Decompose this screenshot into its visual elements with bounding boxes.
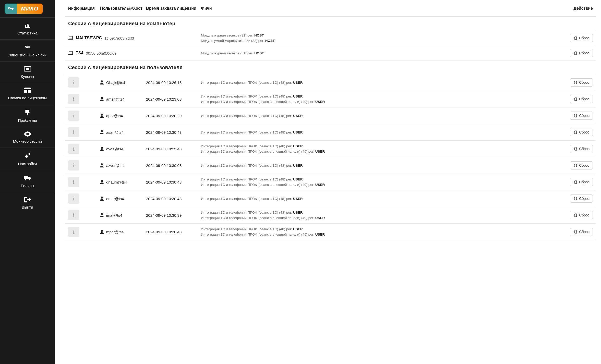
info-cell: i (68, 77, 100, 88)
svg-rect-15 (24, 177, 24, 177)
eye-icon (24, 131, 31, 137)
user-cell: Obajk@ts4 (100, 80, 146, 85)
recycle-icon (573, 36, 578, 40)
nav-item-logout[interactable]: Выйти (0, 192, 55, 213)
nav-item-grid[interactable]: Сводка по лицензиям (0, 83, 55, 104)
feature-line: Интеграция 1С и телефонии ПРОФ (сеанс в … (201, 227, 567, 231)
action-cell: Сброс (567, 211, 593, 219)
svg-rect-11 (24, 176, 28, 179)
info-cell: i (68, 94, 100, 104)
reset-label: Сброс (579, 36, 590, 40)
info-button[interactable]: i (68, 193, 79, 204)
info-button[interactable]: i (68, 210, 79, 220)
svg-point-28 (101, 213, 103, 215)
reset-button[interactable]: Сброс (570, 211, 593, 219)
nav-item-thumbdown[interactable]: Проблемы (0, 104, 55, 127)
user-cell: azver@ts4 (100, 163, 146, 168)
features-cell: Интеграция 1С и телефонии ПРОФ (сеанс в … (201, 114, 567, 118)
info-button[interactable]: i (68, 177, 79, 187)
user-host-label: emar@ts4 (106, 197, 124, 201)
nav-item-eye[interactable]: Монитор сессий (0, 127, 55, 148)
feature-line: Интеграция 1С и телефонии ПРОФ (сеанс в … (201, 183, 567, 187)
reset-button[interactable]: Сброс (570, 178, 593, 186)
svg-rect-18 (69, 51, 73, 54)
info-button[interactable]: i (68, 111, 79, 121)
nav-item-chart[interactable]: Статистика (0, 17, 55, 39)
svg-point-12 (25, 179, 26, 180)
nav-label: Проблемы (18, 118, 37, 123)
reset-label: Сброс (579, 163, 590, 167)
nav-item-ticket[interactable]: Купоны (0, 61, 55, 83)
host-mac: 00:50:56:a0:0c:69 (86, 51, 116, 55)
nav-label: Настройки (18, 162, 37, 166)
reset-button[interactable]: Сброс (570, 78, 593, 87)
reset-label: Сброс (579, 97, 590, 101)
reset-button[interactable]: Сброс (570, 145, 593, 153)
svg-rect-14 (24, 176, 24, 176)
action-cell: Сброс (567, 34, 593, 42)
info-button[interactable]: i (68, 77, 79, 88)
user-host-label: asan@ts4 (106, 130, 124, 135)
info-cell: i (68, 227, 100, 237)
user-host-label: dnaum@ts4 (106, 180, 127, 184)
nav-label: Монитор сессий (13, 139, 42, 143)
user-session-row: i Obajk@ts4 2024-09-09 10:26:13 Интеграц… (65, 74, 596, 91)
reset-button[interactable]: Сброс (570, 195, 593, 203)
action-cell: Сброс (567, 145, 593, 153)
person-icon (100, 213, 104, 217)
user-cell: apor@ts4 (100, 114, 146, 118)
action-cell: Сброс (567, 128, 593, 136)
info-button[interactable]: i (68, 227, 79, 237)
reset-button[interactable]: Сброс (570, 95, 593, 103)
feature-line: Модуль журнал звонков (31) per: HOST (201, 33, 567, 37)
sidebar: МИКО СтатистикаЛицензионные ключиКупоныС… (0, 0, 55, 364)
action-cell: Сброс (567, 49, 593, 57)
nav-item-cogs[interactable]: Настройки (0, 148, 55, 170)
reset-button[interactable]: Сброс (570, 128, 593, 136)
action-cell: Сброс (567, 78, 593, 87)
reset-button[interactable]: Сброс (570, 161, 593, 169)
recycle-icon (573, 197, 578, 200)
user-cell: dnaum@ts4 (100, 180, 146, 184)
info-cell: i (68, 210, 100, 220)
laptop-icon (68, 36, 73, 40)
features-cell: Интеграция 1С и телефонии ПРОФ (сеанс в … (201, 211, 567, 220)
features-cell: Модуль журнал звонков (31) per: HOSTМоду… (201, 33, 567, 43)
recycle-icon (573, 230, 578, 234)
user-session-row: i dnaum@ts4 2024-09-09 10:30:43 Интеграц… (65, 174, 596, 190)
info-button[interactable]: i (68, 94, 79, 104)
reset-button[interactable]: Сброс (570, 112, 593, 120)
logo[interactable]: МИКО (0, 0, 55, 17)
feature-line: Интеграция 1С и телефонии ПРОФ (сеанс в … (201, 144, 567, 148)
features-cell: Интеграция 1С и телефонии ПРОФ (сеанс в … (201, 177, 567, 187)
th-user: Пользователь@Хост (100, 6, 146, 11)
info-cell: i (68, 177, 100, 187)
svg-rect-17 (68, 39, 73, 40)
time-cell: 2024-09-09 10:30:39 (146, 213, 201, 217)
time-cell: 2024-09-09 10:30:20 (146, 114, 201, 118)
reset-button[interactable]: Сброс (570, 34, 593, 42)
user-session-row: i azver@ts4 2024-09-09 10:30:03 Интеграц… (65, 157, 596, 174)
recycle-icon (573, 51, 578, 55)
info-button[interactable]: i (68, 144, 79, 154)
svg-point-22 (101, 114, 103, 116)
info-button[interactable]: i (68, 160, 79, 171)
reset-button[interactable]: Сброс (570, 49, 593, 57)
info-cell: i (68, 160, 100, 171)
time-cell: 2024-09-09 10:30:43 (146, 130, 201, 135)
time-cell: 2024-09-09 10:23:03 (146, 97, 201, 101)
person-icon (100, 230, 104, 234)
nav-list: СтатистикаЛицензионные ключиКупоныСводка… (0, 17, 55, 213)
features-cell: Модуль журнал звонков (31) per: HOST (201, 51, 567, 55)
nav-item-key[interactable]: Лицензионные ключи (0, 39, 55, 61)
nav-item-truck[interactable]: Релизы (0, 170, 55, 192)
user-cell: mpet@ts4 (100, 230, 146, 234)
svg-point-27 (101, 197, 103, 199)
feature-line: Интеграция 1С и телефонии ПРОФ (сеанс в … (201, 130, 567, 134)
info-button[interactable]: i (68, 127, 79, 137)
main-content: Информация Пользователь@Хост Время захва… (55, 0, 601, 364)
reset-label: Сброс (579, 197, 590, 201)
recycle-icon (573, 81, 578, 84)
reset-button[interactable]: Сброс (570, 228, 593, 236)
features-cell: Интеграция 1С и телефонии ПРОФ (сеанс в … (201, 197, 567, 201)
